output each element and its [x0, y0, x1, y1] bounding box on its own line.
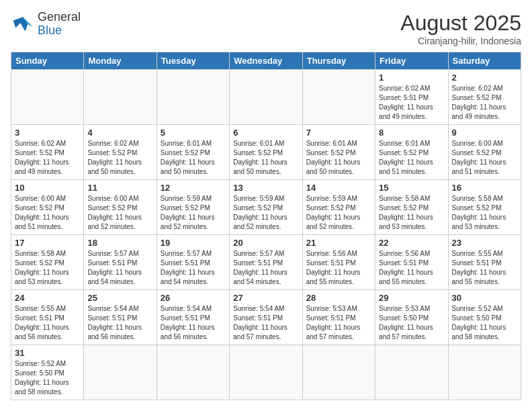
day-number: 11: [87, 183, 152, 193]
day-info: Sunrise: 5:54 AMSunset: 5:51 PMDaylight:…: [233, 304, 298, 342]
calendar-cell: [230, 70, 302, 125]
calendar-cell: [157, 345, 229, 400]
calendar-cell: [230, 345, 302, 400]
day-info: Sunrise: 6:02 AMSunset: 5:51 PMDaylight:…: [379, 84, 444, 122]
calendar-cell: 5Sunrise: 6:01 AMSunset: 5:52 PMDaylight…: [157, 125, 229, 180]
calendar-cell: [375, 345, 448, 400]
calendar-cell: 21Sunrise: 5:56 AMSunset: 5:51 PMDayligh…: [302, 235, 375, 290]
calendar-cell: 20Sunrise: 5:57 AMSunset: 5:51 PMDayligh…: [230, 235, 302, 290]
calendar-cell: 3Sunrise: 6:02 AMSunset: 5:52 PMDaylight…: [11, 125, 84, 180]
day-info: Sunrise: 6:01 AMSunset: 5:52 PMDaylight:…: [161, 139, 226, 177]
day-info: Sunrise: 5:52 AMSunset: 5:50 PMDaylight:…: [15, 359, 80, 397]
day-number: 17: [15, 238, 80, 248]
calendar-cell: 31Sunrise: 5:52 AMSunset: 5:50 PMDayligh…: [11, 345, 84, 400]
calendar-cell: 28Sunrise: 5:53 AMSunset: 5:51 PMDayligh…: [302, 290, 375, 345]
calendar-cell: 18Sunrise: 5:57 AMSunset: 5:51 PMDayligh…: [84, 235, 157, 290]
day-number: 10: [15, 183, 80, 193]
calendar-cell: 4Sunrise: 6:02 AMSunset: 5:52 PMDaylight…: [84, 125, 157, 180]
calendar-cell: 25Sunrise: 5:54 AMSunset: 5:51 PMDayligh…: [84, 290, 157, 345]
logo-bird-icon: [11, 14, 35, 34]
calendar-cell: 9Sunrise: 6:00 AMSunset: 5:52 PMDaylight…: [448, 125, 521, 180]
calendar-cell: 11Sunrise: 6:00 AMSunset: 5:52 PMDayligh…: [84, 180, 157, 235]
calendar-cell: 14Sunrise: 5:59 AMSunset: 5:52 PMDayligh…: [302, 180, 375, 235]
calendar-cell: 7Sunrise: 6:01 AMSunset: 5:52 PMDaylight…: [302, 125, 375, 180]
weekday-header-row: SundayMondayTuesdayWednesdayThursdayFrid…: [11, 52, 521, 70]
calendar-cell: 30Sunrise: 5:52 AMSunset: 5:50 PMDayligh…: [448, 290, 521, 345]
logo-text: General Blue: [38, 11, 81, 38]
calendar-cell: [84, 70, 157, 125]
week-row-1: 1Sunrise: 6:02 AMSunset: 5:51 PMDaylight…: [11, 70, 521, 125]
calendar-cell: 1Sunrise: 6:02 AMSunset: 5:51 PMDaylight…: [375, 70, 448, 125]
day-info: Sunrise: 5:53 AMSunset: 5:51 PMDaylight:…: [306, 304, 371, 342]
calendar-cell: [302, 70, 375, 125]
weekday-header-monday: Monday: [84, 52, 157, 70]
day-number: 16: [452, 183, 517, 193]
day-info: Sunrise: 5:56 AMSunset: 5:51 PMDaylight:…: [306, 249, 371, 287]
day-info: Sunrise: 5:57 AMSunset: 5:51 PMDaylight:…: [161, 249, 226, 287]
day-info: Sunrise: 5:56 AMSunset: 5:51 PMDaylight:…: [379, 249, 444, 287]
calendar-cell: 6Sunrise: 6:01 AMSunset: 5:52 PMDaylight…: [230, 125, 302, 180]
calendar-cell: 16Sunrise: 5:58 AMSunset: 5:52 PMDayligh…: [448, 180, 521, 235]
calendar-cell: 8Sunrise: 6:01 AMSunset: 5:52 PMDaylight…: [375, 125, 448, 180]
day-number: 1: [379, 73, 444, 83]
day-number: 22: [379, 238, 444, 248]
day-number: 9: [452, 128, 517, 138]
day-info: Sunrise: 5:55 AMSunset: 5:51 PMDaylight:…: [452, 249, 517, 287]
day-info: Sunrise: 5:59 AMSunset: 5:52 PMDaylight:…: [161, 194, 226, 232]
calendar-cell: [84, 345, 157, 400]
calendar-cell: 26Sunrise: 5:54 AMSunset: 5:51 PMDayligh…: [157, 290, 229, 345]
day-number: 30: [452, 293, 517, 303]
day-number: 21: [306, 238, 371, 248]
day-info: Sunrise: 5:59 AMSunset: 5:52 PMDaylight:…: [233, 194, 298, 232]
day-number: 4: [87, 128, 152, 138]
day-info: Sunrise: 5:59 AMSunset: 5:52 PMDaylight:…: [306, 194, 371, 232]
month-title: August 2025: [400, 11, 521, 36]
calendar-cell: 27Sunrise: 5:54 AMSunset: 5:51 PMDayligh…: [230, 290, 302, 345]
week-row-4: 17Sunrise: 5:58 AMSunset: 5:52 PMDayligh…: [11, 235, 521, 290]
day-info: Sunrise: 5:54 AMSunset: 5:51 PMDaylight:…: [161, 304, 226, 342]
title-area: August 2025 Ciranjang-hilir, Indonesia: [400, 11, 521, 46]
day-number: 23: [452, 238, 517, 248]
day-info: Sunrise: 6:02 AMSunset: 5:52 PMDaylight:…: [452, 84, 517, 122]
calendar-cell: 10Sunrise: 6:00 AMSunset: 5:52 PMDayligh…: [11, 180, 84, 235]
calendar-cell: [448, 345, 521, 400]
week-row-6: 31Sunrise: 5:52 AMSunset: 5:50 PMDayligh…: [11, 345, 521, 400]
day-info: Sunrise: 5:55 AMSunset: 5:51 PMDaylight:…: [15, 304, 80, 342]
day-number: 29: [379, 293, 444, 303]
day-info: Sunrise: 6:02 AMSunset: 5:52 PMDaylight:…: [87, 139, 152, 177]
day-number: 31: [15, 348, 80, 358]
day-info: Sunrise: 5:58 AMSunset: 5:52 PMDaylight:…: [452, 194, 517, 232]
weekday-header-wednesday: Wednesday: [230, 52, 302, 70]
header: General Blue August 2025 Ciranjang-hilir…: [11, 11, 521, 46]
day-number: 26: [161, 293, 226, 303]
weekday-header-tuesday: Tuesday: [157, 52, 229, 70]
day-number: 7: [306, 128, 371, 138]
calendar-cell: 19Sunrise: 5:57 AMSunset: 5:51 PMDayligh…: [157, 235, 229, 290]
day-number: 14: [306, 183, 371, 193]
day-number: 8: [379, 128, 444, 138]
day-info: Sunrise: 5:54 AMSunset: 5:51 PMDaylight:…: [87, 304, 152, 342]
day-info: Sunrise: 6:00 AMSunset: 5:52 PMDaylight:…: [452, 139, 517, 177]
day-info: Sunrise: 5:52 AMSunset: 5:50 PMDaylight:…: [452, 304, 517, 342]
day-number: 3: [15, 128, 80, 138]
logo: General Blue: [11, 11, 81, 38]
day-info: Sunrise: 6:02 AMSunset: 5:52 PMDaylight:…: [15, 139, 80, 177]
calendar-cell: 15Sunrise: 5:58 AMSunset: 5:52 PMDayligh…: [375, 180, 448, 235]
day-info: Sunrise: 5:58 AMSunset: 5:52 PMDaylight:…: [379, 194, 444, 232]
calendar-cell: [302, 345, 375, 400]
calendar-cell: 29Sunrise: 5:53 AMSunset: 5:50 PMDayligh…: [375, 290, 448, 345]
day-info: Sunrise: 5:53 AMSunset: 5:50 PMDaylight:…: [379, 304, 444, 342]
calendar-cell: 17Sunrise: 5:58 AMSunset: 5:52 PMDayligh…: [11, 235, 84, 290]
weekday-header-saturday: Saturday: [448, 52, 521, 70]
day-number: 25: [87, 293, 152, 303]
weekday-header-friday: Friday: [375, 52, 448, 70]
day-number: 20: [233, 238, 298, 248]
day-number: 18: [87, 238, 152, 248]
day-info: Sunrise: 6:01 AMSunset: 5:52 PMDaylight:…: [379, 139, 444, 177]
calendar-cell: 13Sunrise: 5:59 AMSunset: 5:52 PMDayligh…: [230, 180, 302, 235]
week-row-2: 3Sunrise: 6:02 AMSunset: 5:52 PMDaylight…: [11, 125, 521, 180]
day-info: Sunrise: 6:00 AMSunset: 5:52 PMDaylight:…: [87, 194, 152, 232]
location: Ciranjang-hilir, Indonesia: [400, 36, 521, 46]
day-info: Sunrise: 5:57 AMSunset: 5:51 PMDaylight:…: [87, 249, 152, 287]
calendar-cell: 2Sunrise: 6:02 AMSunset: 5:52 PMDaylight…: [448, 70, 521, 125]
